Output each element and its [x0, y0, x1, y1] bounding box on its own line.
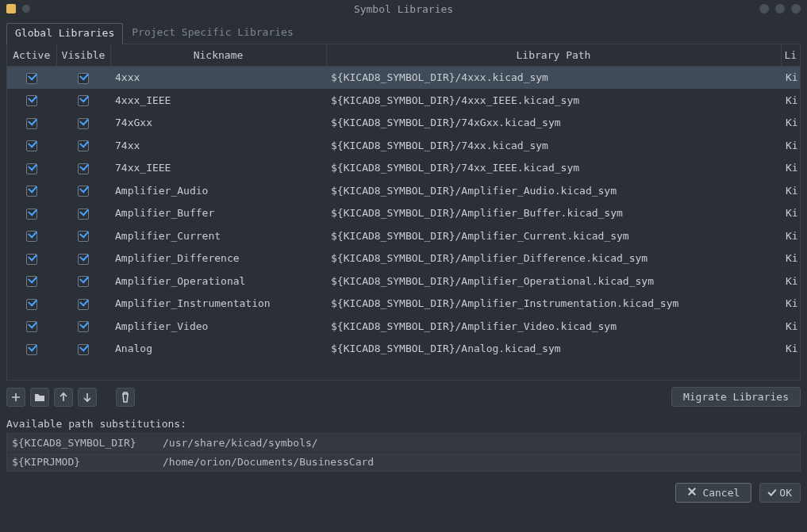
cell-path[interactable]: ${KICAD8_SYMBOL_DIR}/Amplifier_Instrumen… [326, 293, 781, 316]
cell-path[interactable]: ${KICAD8_SYMBOL_DIR}/Amplifier_Video.kic… [326, 315, 781, 338]
cell-path[interactable]: ${KICAD8_SYMBOL_DIR}/Amplifier_Audio.kic… [326, 179, 781, 202]
visible-checkbox[interactable] [78, 163, 89, 174]
window-maximize-icon[interactable] [775, 4, 785, 13]
cell-lib[interactable]: Ki [781, 270, 800, 293]
cell-nickname[interactable]: Amplifier_Video [110, 315, 326, 338]
cell-path[interactable]: ${KICAD8_SYMBOL_DIR}/Amplifier_Buffer.ki… [326, 202, 781, 225]
table-row[interactable]: Amplifier_Instrumentation${KICAD8_SYMBOL… [7, 293, 800, 316]
delete-button[interactable] [116, 388, 135, 407]
active-checkbox[interactable] [26, 344, 37, 355]
cell-nickname[interactable]: Amplifier_Current [110, 224, 326, 247]
cell-lib[interactable]: Ki [781, 134, 800, 157]
cell-path[interactable]: ${KICAD8_SYMBOL_DIR}/74xx_IEEE.kicad_sym [326, 157, 781, 180]
add-button[interactable] [6, 388, 25, 407]
table-row[interactable]: Analog${KICAD8_SYMBOL_DIR}/Analog.kicad_… [7, 338, 800, 360]
cell-lib[interactable]: Ki [781, 112, 800, 135]
table-row[interactable]: 74xx_IEEE${KICAD8_SYMBOL_DIR}/74xx_IEEE.… [7, 157, 800, 180]
table-row[interactable]: 74xGxx${KICAD8_SYMBOL_DIR}/74xGxx.kicad_… [7, 112, 800, 135]
table-row[interactable]: Amplifier_Video${KICAD8_SYMBOL_DIR}/Ampl… [7, 315, 800, 338]
cancel-button[interactable]: Cancel [675, 483, 752, 503]
cell-path[interactable]: ${KICAD8_SYMBOL_DIR}/74xGxx.kicad_sym [326, 112, 781, 135]
cell-lib[interactable]: Ki [781, 157, 800, 180]
cell-nickname[interactable]: Amplifier_Operational [110, 270, 326, 293]
visible-checkbox[interactable] [78, 140, 89, 151]
visible-checkbox[interactable] [78, 231, 89, 242]
cell-nickname[interactable]: Amplifier_Buffer [110, 202, 326, 225]
cell-nickname[interactable]: Analog [110, 338, 326, 360]
visible-checkbox[interactable] [78, 276, 89, 287]
cell-path[interactable]: ${KICAD8_SYMBOL_DIR}/Amplifier_Operation… [326, 270, 781, 293]
table-row[interactable]: Amplifier_Buffer${KICAD8_SYMBOL_DIR}/Amp… [7, 202, 800, 225]
table-row[interactable]: 74xx${KICAD8_SYMBOL_DIR}/74xx.kicad_symK… [7, 134, 800, 157]
visible-checkbox[interactable] [78, 344, 89, 355]
ok-button[interactable]: OK [759, 483, 801, 503]
column-header-visible[interactable]: Visible [56, 44, 110, 67]
cell-lib[interactable]: Ki [781, 293, 800, 316]
cell-lib[interactable]: Ki [781, 202, 800, 225]
active-checkbox[interactable] [26, 95, 37, 106]
active-checkbox[interactable] [26, 276, 37, 287]
cell-nickname[interactable]: 74xx_IEEE [110, 157, 326, 180]
table-row[interactable]: Amplifier_Audio${KICAD8_SYMBOL_DIR}/Ampl… [7, 179, 800, 202]
visible-checkbox[interactable] [78, 254, 89, 265]
cell-lib[interactable]: Ki [781, 179, 800, 202]
active-checkbox[interactable] [26, 73, 37, 84]
cell-nickname[interactable]: Amplifier_Difference [110, 247, 326, 270]
cell-path[interactable]: ${KICAD8_SYMBOL_DIR}/Amplifier_Differenc… [326, 247, 781, 270]
cell-lib[interactable]: Ki [781, 67, 800, 90]
cell-lib[interactable]: Ki [781, 338, 800, 360]
cell-lib[interactable]: Ki [781, 247, 800, 270]
column-header-active[interactable]: Active [7, 44, 56, 67]
visible-checkbox[interactable] [78, 118, 89, 129]
table-row[interactable]: 4xxx_IEEE${KICAD8_SYMBOL_DIR}/4xxx_IEEE.… [7, 89, 800, 112]
cell-lib[interactable]: Ki [781, 224, 800, 247]
library-table[interactable]: Active Visible Nickname Library Path Li … [6, 44, 801, 381]
move-up-button[interactable] [54, 388, 73, 407]
check-icon [768, 487, 777, 496]
active-checkbox[interactable] [26, 231, 37, 242]
cell-lib[interactable]: Ki [781, 89, 800, 112]
active-checkbox[interactable] [26, 299, 37, 310]
folder-button[interactable] [30, 388, 49, 407]
table-row[interactable]: 4xxx${KICAD8_SYMBOL_DIR}/4xxx.kicad_symK… [7, 67, 800, 90]
visible-checkbox[interactable] [78, 299, 89, 310]
active-checkbox[interactable] [26, 321, 37, 332]
cell-nickname[interactable]: 74xx [110, 134, 326, 157]
visible-checkbox[interactable] [78, 186, 89, 197]
active-checkbox[interactable] [26, 186, 37, 197]
column-header-nickname[interactable]: Nickname [110, 44, 326, 67]
active-checkbox[interactable] [26, 209, 37, 220]
cell-path[interactable]: ${KICAD8_SYMBOL_DIR}/Amplifier_Current.k… [326, 224, 781, 247]
column-header-lib[interactable]: Li [781, 44, 800, 67]
active-checkbox[interactable] [26, 118, 37, 129]
cell-path[interactable]: ${KICAD8_SYMBOL_DIR}/4xxx.kicad_sym [326, 67, 781, 90]
cell-path[interactable]: ${KICAD8_SYMBOL_DIR}/4xxx_IEEE.kicad_sym [326, 89, 781, 112]
active-checkbox[interactable] [26, 163, 37, 174]
cell-nickname[interactable]: Amplifier_Instrumentation [110, 293, 326, 316]
path-substitutions-label: Available path substitutions: [6, 418, 801, 430]
move-down-button[interactable] [78, 388, 97, 407]
visible-checkbox[interactable] [78, 321, 89, 332]
cell-nickname[interactable]: 74xGxx [110, 112, 326, 135]
cell-path[interactable]: ${KICAD8_SYMBOL_DIR}/74xx.kicad_sym [326, 134, 781, 157]
table-row[interactable]: Amplifier_Operational${KICAD8_SYMBOL_DIR… [7, 270, 800, 293]
table-row[interactable]: Amplifier_Difference${KICAD8_SYMBOL_DIR}… [7, 247, 800, 270]
path-value: /usr/share/kicad/symbols/ [163, 437, 318, 449]
cell-nickname[interactable]: Amplifier_Audio [110, 179, 326, 202]
visible-checkbox[interactable] [78, 209, 89, 220]
tab-global-libraries[interactable]: Global Libraries [6, 23, 123, 44]
cell-nickname[interactable]: 4xxx_IEEE [110, 89, 326, 112]
window-close-icon[interactable] [791, 4, 801, 13]
tab-project-specific-libraries[interactable]: Project Specific Libraries [123, 22, 302, 44]
cell-nickname[interactable]: 4xxx [110, 67, 326, 90]
table-row[interactable]: Amplifier_Current${KICAD8_SYMBOL_DIR}/Am… [7, 224, 800, 247]
migrate-libraries-button[interactable]: Migrate Libraries [671, 387, 801, 407]
window-minimize-icon[interactable] [759, 4, 769, 13]
column-header-library-path[interactable]: Library Path [326, 44, 781, 67]
active-checkbox[interactable] [26, 254, 37, 265]
cell-path[interactable]: ${KICAD8_SYMBOL_DIR}/Analog.kicad_sym [326, 338, 781, 360]
cell-lib[interactable]: Ki [781, 315, 800, 338]
visible-checkbox[interactable] [78, 73, 89, 84]
active-checkbox[interactable] [26, 140, 37, 151]
visible-checkbox[interactable] [78, 95, 89, 106]
